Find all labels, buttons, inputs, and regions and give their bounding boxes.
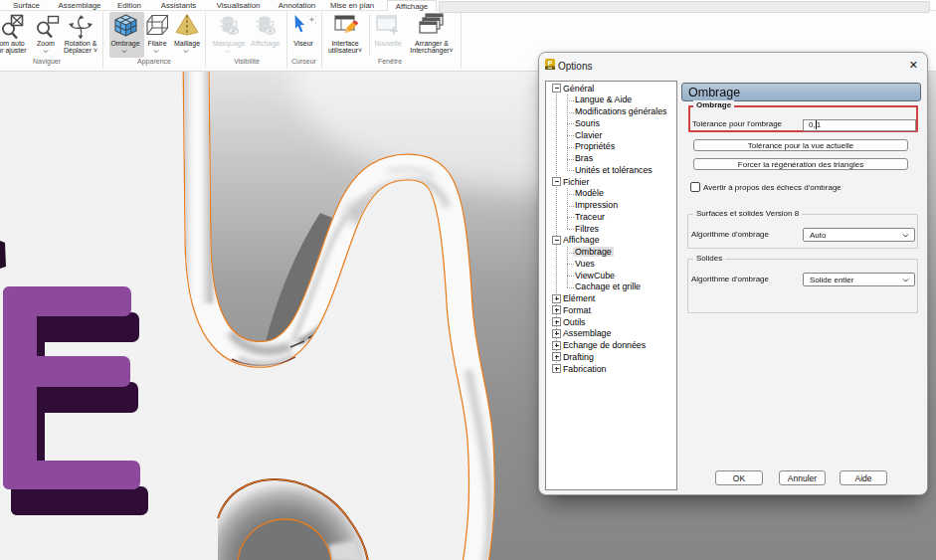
svg-text:P: P [548,60,553,67]
